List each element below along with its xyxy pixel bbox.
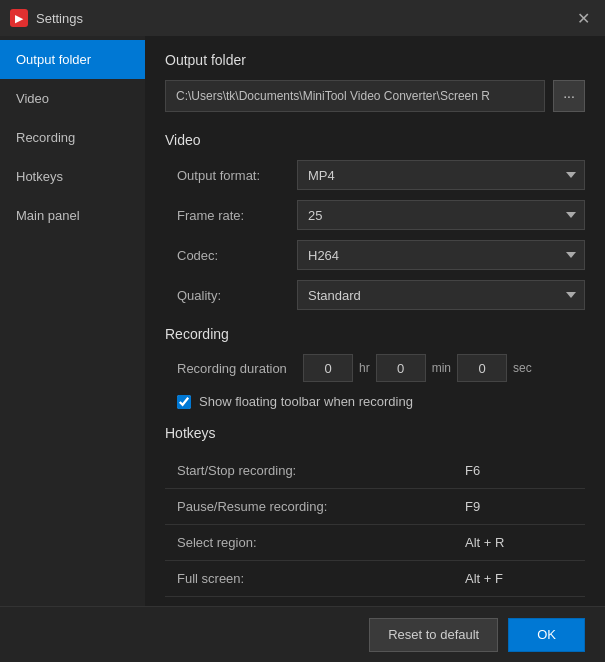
ok-button[interactable]: OK xyxy=(508,618,585,652)
window-title: Settings xyxy=(36,11,571,26)
quality-label: Quality: xyxy=(177,288,297,303)
duration-hr-input[interactable] xyxy=(303,354,353,382)
video-title: Video xyxy=(165,132,585,148)
output-folder-title: Output folder xyxy=(165,52,585,68)
hotkeys-section: Hotkeys Start/Stop recording: F6 Pause/R… xyxy=(165,425,585,597)
recording-title: Recording xyxy=(165,326,585,342)
codec-row: Codec: H264 H265 xyxy=(165,240,585,270)
hr-unit: hr xyxy=(359,361,370,375)
output-format-select[interactable]: MP4 AVI MOV xyxy=(297,160,585,190)
hotkeys-title: Hotkeys xyxy=(165,425,585,441)
sidebar-item-hotkeys[interactable]: Hotkeys xyxy=(0,157,145,196)
video-section: Video Output format: MP4 AVI MOV Frame r… xyxy=(165,132,585,310)
content-area: Output folder Video Recording Hotkeys Ma… xyxy=(0,36,605,606)
sidebar-item-recording[interactable]: Recording xyxy=(0,118,145,157)
app-icon: ▶ xyxy=(10,9,28,27)
duration-sec-input[interactable] xyxy=(457,354,507,382)
hotkey-pause-resume: Pause/Resume recording: F9 xyxy=(165,489,585,525)
footer: Reset to default OK xyxy=(0,606,605,662)
hotkey-full-screen: Full screen: Alt + F xyxy=(165,561,585,597)
settings-window: ▶ Settings ✕ Output folder Video Recordi… xyxy=(0,0,605,662)
hotkey-select-region-label: Select region: xyxy=(177,535,465,550)
codec-label: Codec: xyxy=(177,248,297,263)
duration-min-input[interactable] xyxy=(376,354,426,382)
reset-button[interactable]: Reset to default xyxy=(369,618,498,652)
browse-button[interactable]: ··· xyxy=(553,80,585,112)
hotkey-select-region-value: Alt + R xyxy=(465,535,585,550)
toolbar-checkbox-row: Show floating toolbar when recording xyxy=(165,394,585,409)
sidebar-item-main-panel[interactable]: Main panel xyxy=(0,196,145,235)
hotkey-pause-resume-value: F9 xyxy=(465,499,585,514)
sidebar: Output folder Video Recording Hotkeys Ma… xyxy=(0,36,145,606)
recording-section: Recording Recording duration hr min sec … xyxy=(165,326,585,409)
sidebar-item-video[interactable]: Video xyxy=(0,79,145,118)
hotkey-select-region: Select region: Alt + R xyxy=(165,525,585,561)
close-button[interactable]: ✕ xyxy=(571,6,595,30)
title-bar: ▶ Settings ✕ xyxy=(0,0,605,36)
folder-path-input[interactable] xyxy=(165,80,545,112)
recording-duration-label: Recording duration xyxy=(177,361,297,376)
frame-rate-row: Frame rate: 25 30 60 xyxy=(165,200,585,230)
hotkey-start-stop: Start/Stop recording: F6 xyxy=(165,453,585,489)
sidebar-item-output-folder[interactable]: Output folder xyxy=(0,40,145,79)
quality-select[interactable]: Standard High Low xyxy=(297,280,585,310)
hotkey-full-screen-value: Alt + F xyxy=(465,571,585,586)
hotkey-start-stop-value: F6 xyxy=(465,463,585,478)
frame-rate-label: Frame rate: xyxy=(177,208,297,223)
quality-row: Quality: Standard High Low xyxy=(165,280,585,310)
hotkey-pause-resume-label: Pause/Resume recording: xyxy=(177,499,465,514)
toolbar-checkbox-label: Show floating toolbar when recording xyxy=(199,394,413,409)
recording-duration-row: Recording duration hr min sec xyxy=(165,354,585,382)
toolbar-checkbox[interactable] xyxy=(177,395,191,409)
hotkey-full-screen-label: Full screen: xyxy=(177,571,465,586)
output-format-row: Output format: MP4 AVI MOV xyxy=(165,160,585,190)
frame-rate-select[interactable]: 25 30 60 xyxy=(297,200,585,230)
output-folder-row: ··· xyxy=(165,80,585,112)
codec-select[interactable]: H264 H265 xyxy=(297,240,585,270)
min-unit: min xyxy=(432,361,451,375)
main-content: Output folder ··· Video Output format: M… xyxy=(145,36,605,606)
output-format-label: Output format: xyxy=(177,168,297,183)
hotkey-start-stop-label: Start/Stop recording: xyxy=(177,463,465,478)
sec-unit: sec xyxy=(513,361,532,375)
